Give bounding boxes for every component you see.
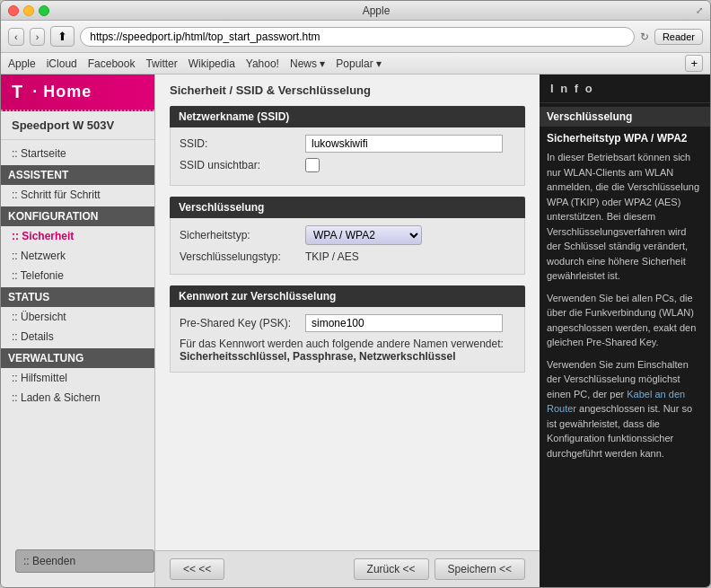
info-subtitle: Sicherheitstyp WPA / WPA2	[540, 127, 710, 146]
page-title: Sicherheit / SSID & Verschlüsselung	[170, 83, 525, 97]
psk-input[interactable]	[305, 314, 503, 332]
encryption-section: Verschlüsselung Sicherheitstyp: WPA / WP…	[170, 197, 525, 275]
psk-row: Pre-Shared Key (PSK):	[180, 314, 515, 332]
info-panel: I n f o Verschlüsselung Sicherheitstyp W…	[540, 75, 710, 587]
titlebar: Apple ⤢	[1, 1, 710, 21]
resize-icon[interactable]: ⤢	[696, 5, 703, 15]
bookmark-popular[interactable]: Popular ▾	[336, 57, 382, 70]
info-body3-text: Verwenden Sie zum Einschalten der Versch…	[547, 359, 692, 459]
password-section-header: Kennwort zur Verschlüsselung	[170, 285, 525, 307]
hint-text: Für das Kennwort werden auch folgende an…	[180, 338, 515, 363]
back-button[interactable]: ‹	[8, 28, 24, 46]
bookmark-facebook[interactable]: Facebook	[88, 57, 136, 70]
ssid-label: SSID:	[180, 137, 305, 150]
network-section: Netzwerkname (SSID) SSID: SSID unsichtba…	[170, 106, 525, 186]
sidebar-item-netzwerk[interactable]: :: Netzwerk	[1, 246, 154, 266]
telekom-t-logo: T	[12, 82, 23, 102]
device-name: Speedport W 503V	[1, 111, 154, 140]
sidebar-category-status: STATUS	[1, 287, 154, 307]
network-section-header: Netzwerkname (SSID)	[170, 106, 525, 127]
main-content: T · Home Speedport W 503V :: Startseite …	[1, 75, 710, 587]
bookmark-wikipedia[interactable]: Wikipedia	[189, 57, 235, 70]
first-button[interactable]: << <<	[170, 558, 224, 580]
sidebar-spacer	[1, 411, 154, 535]
ssid-row: SSID:	[180, 135, 515, 153]
minimize-button[interactable]	[23, 5, 34, 16]
bookmark-twitter[interactable]: Twitter	[145, 57, 177, 70]
info-body1: In dieser Betriebsart können sich nur WL…	[540, 146, 710, 287]
sidebar-item-laden[interactable]: :: Laden & Sichern	[1, 388, 154, 408]
encryption-section-body: Sicherheitstyp: WPA / WPA2 WPA WPA2 WEP …	[170, 218, 525, 275]
sidebar-item-schritt[interactable]: :: Schritt für Schritt	[1, 185, 154, 205]
security-type-select[interactable]: WPA / WPA2 WPA WPA2 WEP	[305, 225, 422, 245]
hint-bold: Sicherheitsschlüssel, Passphrase, Netzwe…	[180, 350, 456, 363]
info-header: I n f o	[540, 75, 710, 103]
reload-button[interactable]: ↻	[640, 31, 649, 43]
sidebar-nav: :: Startseite ASSISTENT :: Schritt für S…	[1, 140, 154, 411]
sidebar-item-startseite[interactable]: :: Startseite	[1, 144, 154, 163]
info-link: Kabel an den Router	[547, 389, 685, 415]
encryption-type-row: Verschlüsselungstyp: TKIP / AES	[180, 250, 515, 263]
sidebar-item-sicherheit[interactable]: :: Sicherheit	[1, 226, 154, 246]
password-section-body: Pre-Shared Key (PSK): Für das Kennwort w…	[170, 307, 525, 373]
bookmark-yahoo[interactable]: Yahoo!	[246, 57, 279, 70]
sidebar-item-telefonie[interactable]: :: Telefonie	[1, 266, 154, 285]
sidebar-item-details[interactable]: :: Details	[1, 327, 154, 347]
info-body3: Verwenden Sie zum Einschalten der Versch…	[540, 354, 710, 465]
bookmark-icloud[interactable]: iCloud	[47, 57, 77, 70]
security-type-row: Sicherheitstyp: WPA / WPA2 WPA WPA2 WEP	[180, 225, 515, 245]
bookmark-news[interactable]: News ▾	[290, 57, 325, 70]
bookmark-apple[interactable]: Apple	[8, 57, 36, 70]
ssid-hidden-checkbox[interactable]	[305, 158, 320, 172]
add-bookmark-button[interactable]: +	[685, 55, 703, 72]
network-section-body: SSID: SSID unsichtbar:	[170, 127, 525, 186]
sidebar-category-verwaltung: VERWALTUNG	[1, 348, 154, 368]
forward-button[interactable]: ›	[30, 28, 46, 46]
main-panel: Sicherheit / SSID & Verschlüsselung Netz…	[155, 75, 540, 587]
sidebar-logo: T · Home	[1, 75, 154, 111]
info-section-title: Verschlüsselung	[540, 107, 710, 127]
browser-toolbar: ‹ › ⬆ ↻ Reader	[1, 21, 710, 53]
sidebar-category-konfiguration: KONFIGURATION	[1, 206, 154, 226]
share-button[interactable]: ⬆	[50, 26, 75, 47]
password-section: Kennwort zur Verschlüsselung Pre-Shared …	[170, 285, 525, 373]
nav-right-buttons: Zurück << Speichern <<	[354, 558, 525, 580]
sidebar: T · Home Speedport W 503V :: Startseite …	[1, 75, 155, 587]
close-button[interactable]	[8, 5, 19, 16]
bottom-nav: << << Zurück << Speichern <<	[155, 550, 540, 587]
encryption-type-label: Verschlüsselungstyp:	[180, 250, 305, 263]
maximize-button[interactable]	[39, 5, 49, 16]
encryption-section-header: Verschlüsselung	[170, 197, 525, 218]
psk-label: Pre-Shared Key (PSK):	[180, 317, 305, 329]
url-input[interactable]	[80, 27, 635, 47]
window-title: Apple	[57, 4, 696, 17]
main-inner: Sicherheit / SSID & Verschlüsselung Netz…	[155, 75, 540, 550]
ssid-input[interactable]	[305, 135, 503, 153]
sidebar-item-ubersicht[interactable]: :: Übersicht	[1, 307, 154, 327]
save-button[interactable]: Speichern <<	[434, 558, 525, 580]
encryption-type-value: TKIP / AES	[305, 250, 359, 263]
bookmarks-bar: Apple iCloud Facebook Twitter Wikipedia …	[1, 53, 710, 75]
reader-button[interactable]: Reader	[654, 29, 703, 45]
info-body2: Verwenden Sie bei allen PCs, die über di…	[540, 287, 710, 354]
ssid-hidden-row: SSID unsichtbar:	[180, 158, 515, 172]
hint-normal: Für das Kennwort werden auch folgende an…	[180, 338, 504, 350]
sidebar-logo-text: · Home	[27, 83, 92, 101]
beenden-button[interactable]: :: Beenden	[15, 549, 154, 573]
security-type-label: Sicherheitstyp:	[180, 229, 305, 241]
sidebar-category-assistent: ASSISTENT	[1, 165, 154, 185]
sidebar-item-hilfsmittel[interactable]: :: Hilfsmittel	[1, 368, 154, 388]
ssid-hidden-label: SSID unsichtbar:	[180, 159, 305, 171]
traffic-lights	[8, 5, 49, 16]
back-button-nav[interactable]: Zurück <<	[354, 558, 429, 580]
